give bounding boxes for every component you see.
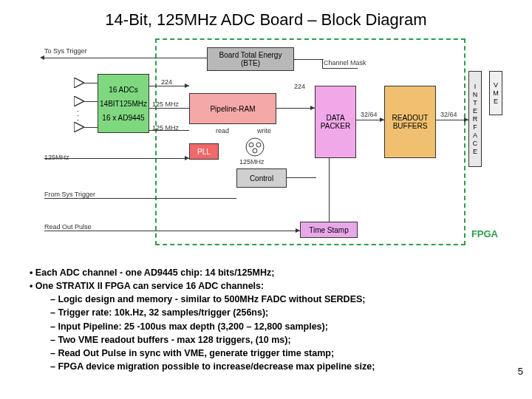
bullet-item: One STRATIX II FPGA can service 16 ADC c…: [30, 279, 502, 293]
svg-point-1: [249, 143, 253, 147]
notes-list: Each ADC channel - one AD9445 chip: 14 b…: [30, 266, 502, 373]
input-dots: ···: [77, 109, 79, 123]
control-block: Control: [236, 168, 287, 188]
pipeline-block: Pipeline-RAM: [189, 93, 276, 124]
page-number: 5: [518, 366, 523, 377]
readout-block: READOUT BUFFERS: [384, 86, 436, 158]
bte-block: Board Total Energy (BTE): [207, 47, 294, 71]
input-triangle: [74, 78, 84, 88]
bus224b-label: 224: [294, 83, 305, 90]
rb-line2: BUFFERS: [393, 122, 428, 130]
dp-line1: DATA: [326, 114, 344, 122]
pll-block: PLL: [189, 143, 219, 160]
to-sys-trigger-label: To Sys Trigger: [44, 47, 87, 55]
from-sys-label: From Sys Trigger: [44, 191, 95, 198]
input-triangle: [74, 122, 84, 132]
timestamp-block: Time Stamp: [300, 222, 358, 238]
vme-block: VME: [489, 71, 502, 115]
datapacker-block: DATA PACKER: [315, 86, 356, 158]
subbullet-item: Trigger rate: 10k.Hz, 32 samples/trigger…: [50, 306, 502, 319]
interface-label: INTERFACE: [471, 83, 479, 156]
control-label: Control: [250, 174, 273, 183]
svg-point-3: [253, 149, 257, 153]
pipeline-label: Pipeline-RAM: [210, 105, 255, 113]
block-diagram: FPGA 16 ADCs 14BIT125MHz 16 x AD9445 ···…: [30, 37, 502, 251]
bte-line1: Board Total Energy: [219, 51, 282, 59]
dp-line2: PACKER: [321, 122, 350, 130]
clk125c-label: 125MHz: [239, 158, 265, 166]
subbullet-item: Two VME readout buffers - max 128 trigge…: [50, 333, 502, 347]
adc-line2: 14BIT125MHz: [100, 100, 147, 108]
write-label: write: [257, 127, 271, 134]
vme-label: VME: [492, 81, 499, 106]
svg-point-2: [256, 143, 261, 147]
rb-line1: READOUT: [392, 114, 429, 122]
bullet-item: Each ADC channel - one AD9445 chip: 14 b…: [30, 266, 502, 279]
subbullet-item: Input Pipeline: 25 -100us max depth (3,2…: [50, 320, 502, 333]
channel-mask-label: Channel Mask: [324, 59, 366, 66]
page-title: 14-Bit, 125MHz ADC Board – Block Diagram: [0, 0, 532, 30]
subbullet-item: Logic design and memory - similar to 500…: [50, 293, 502, 306]
fpga-label: FPGA: [471, 228, 498, 239]
input-triangle: [74, 96, 84, 106]
clk125a-label: 125 MHz: [152, 100, 179, 108]
readout-pulse-label: Read Out Pulse: [44, 223, 92, 231]
bus32b-label: 32/64: [440, 111, 457, 118]
timestamp-label: Time Stamp: [309, 226, 349, 234]
adc-line3: 16 x AD9445: [102, 114, 144, 122]
mux-node: [244, 136, 266, 158]
interface-block: INTERFACE: [468, 71, 482, 167]
subbullet-item: FPGA device migration possible to increa…: [50, 360, 502, 373]
bus32a-label: 32/64: [361, 111, 378, 118]
bus224a-label: 224: [161, 78, 172, 86]
subbullet-item: Read Out Pulse in sync with VME, generat…: [50, 347, 502, 360]
adc-line1: 16 ADCs: [109, 86, 137, 94]
pll-label: PLL: [197, 148, 211, 156]
adc-block: 16 ADCs 14BIT125MHz 16 x AD9445: [98, 74, 149, 133]
read-label: read: [216, 127, 229, 134]
bte-line2: (BTE): [241, 59, 260, 67]
clk125in-label: 125MHz: [44, 154, 69, 161]
